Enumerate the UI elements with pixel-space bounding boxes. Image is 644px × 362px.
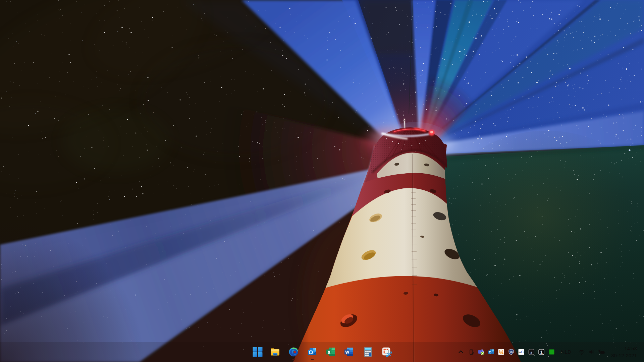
svg-text:C: C <box>521 350 524 354</box>
svg-text:1: 1 <box>540 350 543 355</box>
svg-text:w: w <box>518 350 521 354</box>
svg-text:✱: ✱ <box>500 351 502 354</box>
svg-text:T: T <box>479 350 481 354</box>
svg-text:VS: VS <box>509 351 513 353</box>
svg-text:a: a <box>530 350 532 355</box>
